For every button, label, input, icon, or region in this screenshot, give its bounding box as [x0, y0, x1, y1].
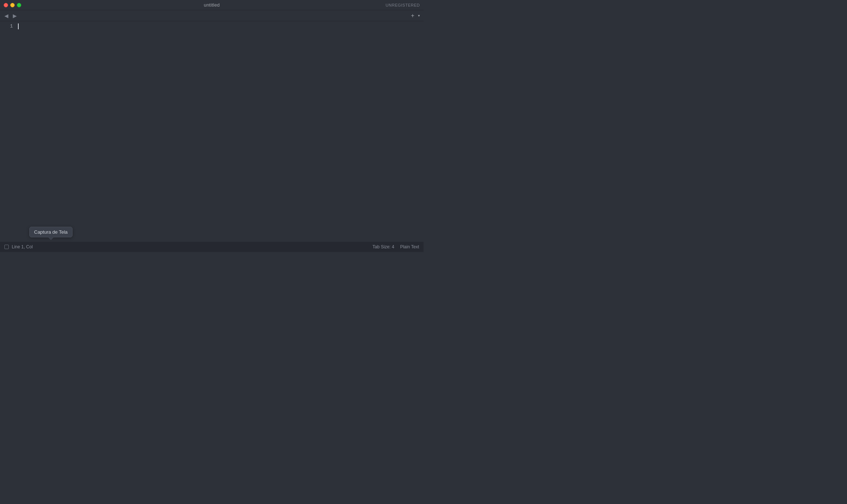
- tooltip-text: Captura de Tela: [34, 229, 68, 235]
- language-mode[interactable]: Plain Text: [400, 244, 419, 249]
- maximize-button[interactable]: [17, 3, 21, 7]
- tabs-dropdown-button[interactable]: ▾: [417, 13, 421, 18]
- status-bar: Line 1, Col Tab Size: 4 Plain Text: [0, 242, 424, 252]
- line-numbers: 1: [0, 21, 16, 242]
- window-title: untitled: [204, 2, 220, 8]
- traffic-lights: [4, 3, 21, 7]
- minimize-button[interactable]: [10, 3, 15, 7]
- cursor-line: [18, 23, 424, 29]
- status-bar-left: Line 1, Col: [4, 244, 33, 249]
- cursor-position[interactable]: Line 1, Col: [12, 244, 33, 249]
- tooltip: Captura de Tela: [29, 227, 73, 237]
- tooltip-container: Captura de Tela: [29, 227, 73, 237]
- nav-back-button[interactable]: ◀: [3, 12, 10, 19]
- nav-forward-button[interactable]: ▶: [11, 12, 18, 19]
- title-bar: untitled UNREGISTERED: [0, 0, 424, 10]
- status-checkbox[interactable]: [4, 245, 9, 249]
- tab-size[interactable]: Tab Size: 4: [373, 244, 394, 249]
- toolbar-nav: ◀ ▶: [3, 12, 18, 19]
- add-tab-button[interactable]: +: [410, 12, 416, 20]
- toolbar: ◀ ▶ + ▾: [0, 10, 424, 21]
- editor-content[interactable]: [16, 21, 424, 242]
- text-cursor: [18, 23, 19, 29]
- status-bar-right: Tab Size: 4 Plain Text: [373, 244, 419, 249]
- editor-container: 1: [0, 21, 424, 242]
- line-number-1: 1: [10, 23, 13, 30]
- close-button[interactable]: [4, 3, 8, 7]
- toolbar-actions: + ▾: [410, 12, 421, 20]
- unregistered-badge: UNREGISTERED: [386, 3, 420, 7]
